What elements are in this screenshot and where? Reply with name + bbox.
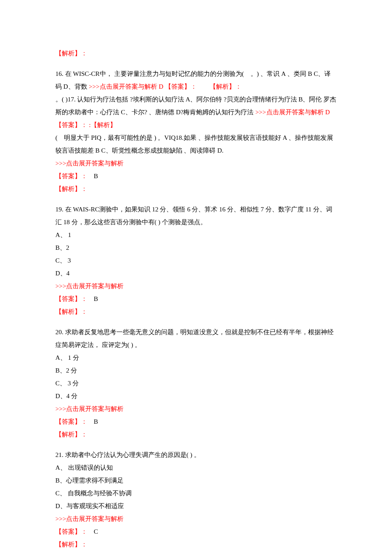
- question-16-17-18: 16. 在 WISC-CR中， 主要评量注意力与短时记忆的能力的分测验为( 。)…: [55, 67, 337, 195]
- option-d: D、4 分: [55, 393, 78, 399]
- option-c: C、 3 分: [55, 380, 79, 387]
- explain-label: 【解析】：: [55, 431, 87, 438]
- option-c: C、 自我概念与经验不协调: [55, 490, 132, 497]
- answer-label: 【答案】：: [55, 295, 87, 302]
- answer-value: B: [87, 418, 98, 425]
- expand-link[interactable]: >>>点击展开答案与解析: [255, 109, 323, 116]
- question-21: 21. 求助者中心疗法认为心理失调产生的原因是( ) 。 A、 出现错误的认知 …: [55, 448, 337, 551]
- question-19: 19. 在 WAIS-RC测验中，如果知识 12 分、领悟 6 分、算术 16 …: [55, 203, 337, 318]
- option-b: B、2 分: [55, 367, 77, 374]
- q18-text: ( 明显大于 PIQ，最有可能性的是 ) 。VIQ18.如果 、操作技能发展较言…: [55, 134, 333, 154]
- question-20: 20. 求助者反复地思考一些毫无意义的问题，明知道没意义，但就是控制不住已经有半…: [55, 326, 337, 441]
- option-d: D、与客观现实不相适应: [55, 503, 124, 509]
- answer-label: 【答案】：: [55, 173, 87, 179]
- answer-value: C: [87, 528, 98, 535]
- option-b: B、2: [55, 244, 69, 251]
- explain-label: 【解析】：: [55, 185, 87, 192]
- option-c: C、 3: [55, 257, 71, 264]
- expand-link[interactable]: >>>点击展开答案与解析: [89, 83, 157, 90]
- option-a: A、 出现错误的认知: [55, 464, 113, 471]
- option-b: B、心理需求得不到满足: [55, 477, 124, 484]
- answer-value: B: [87, 173, 98, 179]
- question-15-tail: 【解析】：: [55, 47, 337, 60]
- question-text: 21. 求助者中心疗法认为心理失调产生的原因是( ) 。: [55, 451, 200, 458]
- explain-label: 【解析】：: [55, 50, 87, 57]
- expand-link[interactable]: >>>点击展开答案与解析: [55, 515, 124, 522]
- answer-value: B: [87, 295, 98, 302]
- explain-label: 【解析】：: [55, 541, 87, 548]
- expand-link[interactable]: >>>点击展开答案与解析: [55, 283, 124, 289]
- answer-label: 【答案】：: [55, 418, 87, 425]
- answer-label: 【答案】：: [55, 528, 87, 535]
- question-text: 19. 在 WAIS-RC测验中，如果知识 12 分、领悟 6 分、算术 16 …: [55, 206, 332, 225]
- option-a: A、 1 分: [55, 354, 79, 361]
- option-a: A、 1: [55, 231, 71, 238]
- option-d: D、4: [55, 270, 69, 277]
- explain-label: 【解析】：: [55, 308, 87, 315]
- q16-inline-answer: D 【答案】： 【解析】：: [157, 83, 242, 90]
- expand-link[interactable]: >>>点击展开答案与解析: [55, 160, 124, 167]
- question-text: 20. 求助者反复地思考一些毫无意义的问题，明知道没意义，但就是控制不住已经有半…: [55, 329, 334, 348]
- expand-link[interactable]: >>>点击展开答案与解析: [55, 405, 124, 412]
